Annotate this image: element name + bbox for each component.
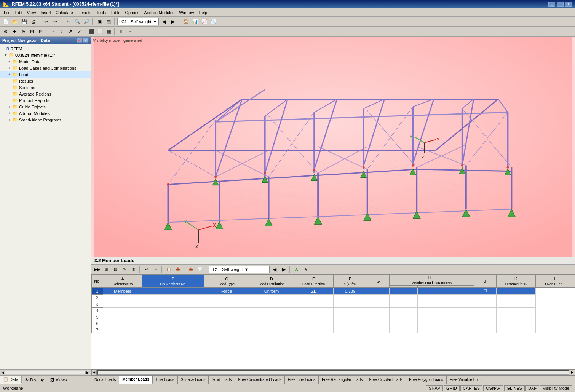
t2-btn4[interactable]: ⊞ (28, 27, 36, 36)
table-cell[interactable] (418, 314, 446, 320)
table-cell[interactable] (367, 288, 390, 295)
status-dxf[interactable]: DXF (525, 385, 539, 391)
table-cell[interactable] (446, 301, 474, 308)
table-cell[interactable] (294, 301, 333, 308)
table-cell[interactable] (496, 288, 535, 295)
maximize-button[interactable]: □ (557, 2, 564, 7)
scroll-right-icon[interactable]: ▶ (86, 371, 89, 374)
table-cell[interactable] (367, 320, 390, 327)
bottom-tab-free-concentrated-loads[interactable]: Free Concentrated Loads (235, 376, 284, 384)
table-cell[interactable] (249, 327, 294, 333)
table-cell[interactable] (418, 308, 446, 314)
table-cell[interactable] (390, 320, 418, 327)
table-cell[interactable] (249, 301, 294, 308)
tree-item-standalone[interactable]: + 📁 Stand-Alone Programs (0, 116, 91, 123)
t2-btn13[interactable]: ⌗ (117, 27, 125, 36)
table-row[interactable]: 2 (92, 295, 575, 301)
t2-btn10[interactable]: ⬛ (87, 27, 96, 36)
zoom2-btn[interactable]: 🔎 (82, 18, 91, 26)
pin-button[interactable]: 📌 (77, 38, 82, 43)
table-row[interactable]: 3 (92, 301, 575, 308)
bt-btn11[interactable]: 📊 (196, 265, 204, 274)
table-cell[interactable]: ☐ (474, 288, 496, 295)
bottom-tab-free-circular-loads[interactable]: Free Circular Loads (366, 376, 406, 384)
t2-btn2[interactable]: ✚ (10, 27, 19, 36)
scroll-left-icon[interactable]: ◀ (2, 371, 4, 374)
table-cell[interactable] (103, 308, 142, 314)
redo-btn[interactable]: ↪ (51, 18, 59, 26)
save-btn[interactable]: 💾 (20, 18, 28, 26)
bt-btn3[interactable]: ⊟ (111, 265, 120, 274)
bt-btn6[interactable]: ↩ (142, 265, 151, 274)
bottom-tab-nodal-loads[interactable]: Nodal Loads (91, 376, 119, 384)
undo-btn[interactable]: ↩ (42, 18, 50, 26)
table-cell[interactable] (204, 308, 249, 314)
table-cell[interactable] (204, 327, 249, 333)
menu-item-view[interactable]: View (25, 10, 38, 16)
table-cell[interactable] (142, 314, 204, 320)
t2-btn8[interactable]: ↗ (66, 27, 75, 36)
menu-item-insert[interactable]: Insert (38, 10, 53, 16)
bt-btn7[interactable]: ↪ (152, 265, 160, 274)
table-cell[interactable] (418, 327, 446, 333)
zoom-btn[interactable]: 🔍 (73, 18, 81, 26)
bt-excel-btn[interactable]: X (292, 265, 301, 274)
table-cell[interactable] (446, 288, 474, 295)
table-cell[interactable] (496, 301, 535, 308)
close-panel-button[interactable]: ✕ (83, 38, 88, 43)
t2-btn6[interactable]: ↔ (49, 27, 57, 36)
table-cell[interactable] (418, 320, 446, 327)
t2-btn3[interactable]: ⊗ (19, 27, 27, 36)
table-cell[interactable] (418, 295, 446, 301)
menu-item-table[interactable]: Table (108, 10, 123, 16)
table-cell[interactable] (496, 327, 535, 333)
table-cell[interactable] (446, 308, 474, 314)
table-cell[interactable] (390, 295, 418, 301)
table-cell[interactable] (390, 327, 418, 333)
table-cell[interactable]: Uniform (249, 288, 294, 295)
table-cell[interactable] (142, 295, 204, 301)
table-cell[interactable] (333, 327, 367, 333)
prev-btn[interactable]: ◀ (160, 18, 168, 26)
table-cell[interactable] (390, 288, 418, 295)
bt-prev-btn[interactable]: ◀ (270, 265, 279, 274)
scroll-track[interactable] (97, 370, 569, 375)
tree-item-printout[interactable]: 📁 Printout Reports (0, 97, 91, 104)
menu-item-results[interactable]: Results (75, 10, 94, 16)
tree-item-sections[interactable]: 📁 Sections (0, 84, 91, 91)
menu-item-file[interactable]: File (2, 10, 13, 16)
table-cell[interactable] (142, 288, 204, 295)
table-row[interactable]: 4 (92, 308, 575, 314)
table-cell[interactable] (103, 327, 142, 333)
extra3-btn[interactable]: 📈 (200, 18, 208, 26)
tree-item-loads[interactable]: + 📁 Loads (0, 71, 91, 78)
t2-btn11[interactable]: ⬜ (96, 27, 104, 36)
tree-item-rfem[interactable]: R RFEM (0, 46, 91, 52)
table-cell[interactable] (103, 320, 142, 327)
t2-btn12[interactable]: ▦ (105, 27, 113, 36)
next-btn[interactable]: ▶ (169, 18, 177, 26)
table-cell[interactable] (294, 308, 333, 314)
table-cell[interactable] (142, 320, 204, 327)
tree-item-loadcases[interactable]: + 📁 Load Cases and Combinations (0, 65, 91, 71)
bottom-tab-member-loads[interactable]: Member Loads (119, 376, 153, 384)
bottom-tab-free-rectangular-loads[interactable]: Free Rectangular Loads (319, 376, 366, 384)
table-cell[interactable] (103, 301, 142, 308)
close-button[interactable]: ✕ (565, 2, 572, 7)
status-cartes[interactable]: CARTES (460, 385, 482, 391)
t2-btn9[interactable]: ↙ (75, 27, 83, 36)
status-visibility-mode[interactable]: Visibility Mode (540, 385, 572, 391)
status-glines[interactable]: GLINES (504, 385, 525, 391)
table-row[interactable]: 6 (92, 320, 575, 327)
table-cell[interactable] (496, 320, 535, 327)
table-cell[interactable] (333, 314, 367, 320)
table-cell[interactable] (204, 314, 249, 320)
scroll-left-btn[interactable]: ◀ (91, 370, 97, 375)
table-cell[interactable] (367, 308, 390, 314)
scroll-right-btn[interactable]: ▶ (570, 370, 575, 375)
table-cell[interactable] (474, 327, 496, 333)
select-btn[interactable]: ↖ (64, 18, 72, 26)
menu-item-add-on-modules[interactable]: Add-on Modules (142, 10, 177, 16)
table-row[interactable]: 7 (92, 327, 575, 333)
table-cell[interactable] (367, 314, 390, 320)
